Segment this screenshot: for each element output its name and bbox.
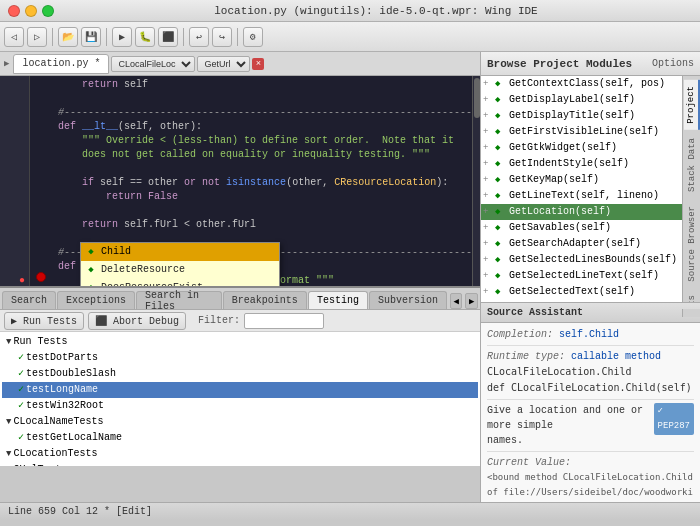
close-button[interactable]: [8, 5, 20, 17]
tab-breakpoints[interactable]: Breakpoints: [223, 291, 307, 309]
tab-search-in-files[interactable]: Search in Files: [136, 291, 222, 309]
test-item-win32root[interactable]: ✓ testWin32Root: [2, 398, 478, 414]
test-item-clocation[interactable]: ▼ CLocationTests: [2, 446, 478, 462]
tab-exceptions[interactable]: Exceptions: [57, 291, 135, 309]
expand-icon: +: [483, 92, 493, 108]
check-icon: ✓: [18, 366, 24, 382]
toolbar-btn-run[interactable]: ▶: [112, 27, 132, 47]
toolbar-btn-debug[interactable]: 🐛: [135, 27, 155, 47]
source-assistant-title: Source Assistant: [487, 307, 583, 318]
ac-item-doesresourceexist[interactable]: ◆ DoesResourceExist: [81, 279, 279, 286]
sa-divider-2: [487, 399, 694, 400]
module-item-getselectedlinesbounds[interactable]: + ◆ GetSelectedLinesBounds(self): [481, 252, 682, 268]
module-item-getsavables[interactable]: + ◆ GetSavables(self): [481, 220, 682, 236]
left-panel: ▶ location.py * CLocalFileLoc GetUrl ×: [0, 52, 480, 502]
class-selector[interactable]: CLocalFileLoc: [111, 56, 195, 72]
module-item-getfirstvisibleline[interactable]: + ◆ GetFirstVisibleLine(self): [481, 124, 682, 140]
test-item-run-tests[interactable]: ▼ Run Tests: [2, 334, 478, 350]
test-item-label: testWin32Root: [26, 398, 104, 414]
expand-icon: +: [483, 172, 493, 188]
toolbar-btn-save[interactable]: 💾: [81, 27, 101, 47]
module-item-getsearchadapter[interactable]: + ◆ GetSearchAdapter(self): [481, 236, 682, 252]
toolbar-btn-1[interactable]: ◁: [4, 27, 24, 47]
vtab-source-browser[interactable]: Source Browser: [685, 200, 699, 288]
sidebar-header: Browse Project Modules Options: [481, 52, 700, 76]
description-text: Give a location and one or more simplena…: [487, 403, 654, 448]
right-sidebar: Browse Project Modules Options + ◆ GetCo…: [480, 52, 700, 502]
toolbar-btn-stop[interactable]: ⬛: [158, 27, 178, 47]
method-selector[interactable]: GetUrl: [197, 56, 250, 72]
code-content[interactable]: return self #---------------------------…: [30, 76, 472, 286]
toolbar-btn-2[interactable]: ▷: [27, 27, 47, 47]
window-title: location.py (wingutils): ide-5.0-qt.wpr:…: [60, 5, 692, 17]
test-item-curl[interactable]: ▼ CUrlTests: [2, 462, 478, 466]
tab-search[interactable]: Search: [2, 291, 56, 309]
test-item-longname[interactable]: ✓ testLongName: [2, 382, 478, 398]
code-line: if self == other or not isinstance(other…: [34, 176, 468, 190]
module-item-getgtkwidget[interactable]: + ◆ GetGtkWidget(self): [481, 140, 682, 156]
module-item-getlinetext[interactable]: + ◆ GetLineText(self, lineno): [481, 188, 682, 204]
vertical-tabs: Project Stack Data Source Browser Snippe…: [682, 76, 700, 302]
vtab-project[interactable]: Project: [684, 80, 700, 130]
module-item-getdisplaylabel[interactable]: + ◆ GetDisplayLabel(self): [481, 92, 682, 108]
module-item-getindentstyle[interactable]: + ◆ GetIndentStyle(self): [481, 156, 682, 172]
expand-icon: ▼: [6, 414, 11, 430]
expand-icon: +: [483, 140, 493, 156]
ac-item-deleteresource[interactable]: ◆ DeleteResource: [81, 261, 279, 279]
tab-scroll-right[interactable]: ▶: [465, 293, 478, 309]
toolbar-separator-1: [52, 28, 53, 46]
testing-panel: ▶ Run Tests ⬛ Abort Debug Filter: ▼ R: [0, 310, 480, 466]
pep-badge: ✓ PEP287: [654, 403, 694, 435]
vtab-stack-data[interactable]: Stack Data: [685, 132, 699, 198]
module-item-getselectedtext[interactable]: + ◆ GetSelectedText(self): [481, 284, 682, 300]
titlebar: location.py (wingutils): ide-5.0-qt.wpr:…: [0, 0, 700, 22]
maximize-button[interactable]: [42, 5, 54, 17]
sidebar-options-button[interactable]: Options: [652, 58, 694, 69]
module-item-getselectedlinetext[interactable]: + ◆ GetSelectedLineText(self): [481, 268, 682, 284]
vtab-snippets[interactable]: Snippets: [685, 289, 699, 302]
toolbar-btn-step[interactable]: ↩: [189, 27, 209, 47]
run-tests-button[interactable]: ▶ Run Tests: [4, 312, 84, 330]
code-editor[interactable]: ● return self #-------------------------…: [0, 76, 480, 286]
editor-scrollbar[interactable]: [472, 76, 480, 286]
runtime-row: Runtime type: callable method: [487, 349, 694, 364]
filter-input[interactable]: [244, 313, 324, 329]
test-item-dotparts[interactable]: ✓ testDotParts: [2, 350, 478, 366]
tab-testing[interactable]: Testing: [308, 291, 368, 309]
autocomplete-dropdown[interactable]: ◆ Child ◆ DeleteResource ◆ DoesResourceE…: [80, 242, 280, 286]
module-list[interactable]: + ◆ GetContextClass(self, pos) + ◆ GetDi…: [481, 76, 682, 302]
toolbar-btn-step2[interactable]: ↪: [212, 27, 232, 47]
module-item-getcontextclass[interactable]: + ◆ GetContextClass(self, pos): [481, 76, 682, 92]
test-item-label: testDoubleSlash: [26, 366, 116, 382]
module-item-getdisplaytitle[interactable]: + ◆ GetDisplayTitle(self): [481, 108, 682, 124]
test-item-doubleslash[interactable]: ✓ testDoubleSlash: [2, 366, 478, 382]
module-item-getkeymap[interactable]: + ◆ GetKeyMap(self): [481, 172, 682, 188]
completion-row: Completion: self.Child: [487, 327, 694, 342]
sa-vtab: [682, 309, 700, 317]
module-item-label: GetFirstVisibleLine(self): [509, 124, 659, 140]
gutter-line: [0, 246, 29, 260]
check-icon: ✓: [18, 430, 24, 446]
tab-subversion[interactable]: Subversion: [369, 291, 447, 309]
minimize-button[interactable]: [25, 5, 37, 17]
window-controls[interactable]: [8, 5, 54, 17]
code-line: does not get called on equality or inequ…: [34, 148, 468, 162]
method-icon: ◆: [495, 236, 507, 252]
code-row-1: CLocalFileLocation.Child: [487, 364, 694, 380]
ac-item-child[interactable]: ◆ Child: [81, 243, 279, 261]
toolbar-btn-settings[interactable]: ⚙: [243, 27, 263, 47]
ac-item-label: DoesResourceExist: [101, 279, 203, 286]
abort-debug-button[interactable]: ⬛ Abort Debug: [88, 312, 186, 330]
tab-close-button[interactable]: ×: [252, 58, 264, 70]
file-tab-location[interactable]: location.py *: [13, 54, 109, 74]
module-item-getlocation[interactable]: + ◆ GetLocation(self): [481, 204, 682, 220]
breadcrumb-arrow[interactable]: ▶: [4, 58, 9, 69]
line-number-gutter: ●: [0, 76, 30, 286]
test-item-localname[interactable]: ▼ CLocalNameTests: [2, 414, 478, 430]
test-item-getlocalname[interactable]: ✓ testGetLocalName: [2, 430, 478, 446]
toolbar-btn-open[interactable]: 📂: [58, 27, 78, 47]
test-tree[interactable]: ▼ Run Tests ✓ testDotParts ✓ testDoubleS…: [0, 332, 480, 466]
tab-scroll-left[interactable]: ◀: [450, 293, 463, 309]
method-icon: ◆: [495, 92, 507, 108]
code-line: """ Override < (less-than) to define sor…: [34, 134, 468, 148]
